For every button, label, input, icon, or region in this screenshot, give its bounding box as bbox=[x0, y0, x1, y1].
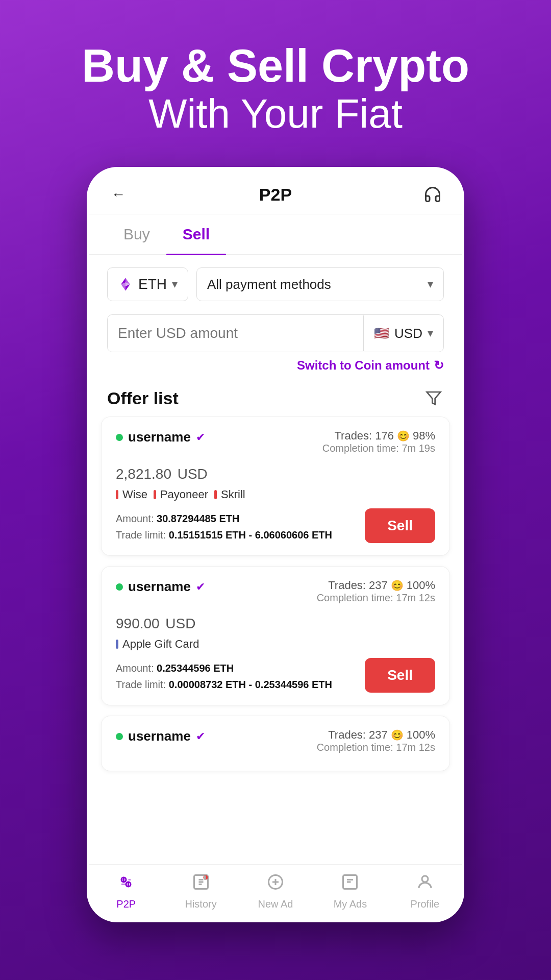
trade-stats: Trades: 237 😊 100% Completion time: 17m … bbox=[317, 579, 435, 604]
currency-chevron: ▾ bbox=[428, 327, 433, 340]
switch-icon: ↻ bbox=[434, 358, 444, 373]
username: username bbox=[128, 579, 191, 595]
nav-label-p2p: P2P bbox=[116, 898, 136, 910]
p2p-icon bbox=[117, 873, 135, 895]
offer-card: username ✔ Trades: 237 😊 100% Completion… bbox=[101, 566, 450, 705]
trades-line: Trades: 237 😊 100% bbox=[317, 579, 435, 592]
currency-label: USD bbox=[394, 326, 422, 341]
verified-icon: ✔ bbox=[196, 730, 205, 743]
offer-price: 990.00 USD bbox=[116, 609, 435, 633]
coin-selector[interactable]: ETH ▾ bbox=[107, 267, 188, 301]
payment-selector[interactable]: All payment methods ▾ bbox=[196, 267, 444, 301]
user-info: username ✔ bbox=[116, 579, 205, 595]
bottom-nav: P2P ! History New Ad bbox=[89, 864, 462, 920]
offer-price: 2,821.80 USD bbox=[116, 459, 435, 484]
hero-line2: With Your Fiat bbox=[82, 91, 469, 136]
nav-item-history[interactable]: ! History bbox=[163, 873, 238, 910]
completion-line: Completion time: 17m 12s bbox=[317, 742, 435, 753]
headset-icon bbox=[423, 185, 442, 204]
currency-selector[interactable]: 🇺🇸 USD ▾ bbox=[363, 315, 443, 351]
us-flag-icon: 🇺🇸 bbox=[374, 326, 389, 340]
tag-payoneer: Payoneer bbox=[154, 488, 208, 501]
new-ad-icon bbox=[266, 873, 285, 895]
profile-icon bbox=[416, 873, 434, 895]
rating-icon: 😊 bbox=[397, 430, 410, 442]
limit-detail: Trade limit: 0.15151515 ETH - 6.06060606… bbox=[116, 527, 332, 543]
offer-bottom: Amount: 30.87294485 ETH Trade limit: 0.1… bbox=[116, 508, 435, 543]
coin-chevron: ▾ bbox=[172, 278, 178, 291]
payment-label: All payment methods bbox=[207, 277, 331, 292]
limit-detail: Trade limit: 0.00008732 ETH - 0.25344596… bbox=[116, 676, 332, 693]
payment-chevron: ▾ bbox=[428, 278, 433, 291]
online-indicator bbox=[116, 733, 123, 740]
coin-label: ETH bbox=[138, 276, 167, 292]
trades-line: Trades: 237 😊 100% bbox=[317, 728, 435, 742]
tab-buy[interactable]: Buy bbox=[107, 214, 166, 254]
amount-input[interactable] bbox=[108, 315, 363, 352]
filter-button[interactable] bbox=[423, 388, 444, 408]
sell-button[interactable]: Sell bbox=[365, 508, 435, 543]
svg-marker-6 bbox=[427, 392, 441, 404]
username: username bbox=[128, 728, 191, 744]
nav-label-history: History bbox=[185, 898, 216, 910]
nav-label-new-ad: New Ad bbox=[258, 898, 293, 910]
offer-card: username ✔ Trades: 237 😊 100% Completion… bbox=[101, 716, 450, 771]
completion-line: Completion time: 17m 12s bbox=[317, 592, 435, 604]
nav-item-p2p[interactable]: P2P bbox=[89, 873, 163, 910]
page-title: P2P bbox=[259, 185, 292, 205]
offer-bottom: Amount: 0.25344596 ETH Trade limit: 0.00… bbox=[116, 658, 435, 693]
hero-line1: Buy & Sell Crypto bbox=[82, 41, 469, 91]
verified-icon: ✔ bbox=[196, 580, 205, 594]
nav-item-my-ads[interactable]: My Ads bbox=[313, 873, 387, 910]
tag-wise: Wise bbox=[116, 488, 147, 501]
offer-list-title: Offer list bbox=[107, 388, 179, 408]
trades-line: Trades: 176 😊 98% bbox=[322, 429, 435, 443]
payment-tags: Wise Payoneer Skrill bbox=[116, 488, 435, 501]
tab-bar: Buy Sell bbox=[89, 214, 462, 255]
sell-button[interactable]: Sell bbox=[365, 658, 435, 693]
tab-sell[interactable]: Sell bbox=[166, 214, 226, 254]
nav-item-new-ad[interactable]: New Ad bbox=[238, 873, 313, 910]
app-header: ← P2P bbox=[89, 169, 462, 214]
tag-skrill: Skrill bbox=[214, 488, 245, 501]
nav-label-profile: Profile bbox=[410, 898, 439, 910]
phone-frame: ← P2P Buy Sell bbox=[87, 167, 464, 922]
completion-line: Completion time: 7m 19s bbox=[322, 443, 435, 454]
filter-icon bbox=[425, 390, 442, 406]
online-indicator bbox=[116, 434, 123, 441]
eth-icon bbox=[118, 277, 133, 292]
online-indicator bbox=[116, 583, 123, 591]
amount-input-row: 🇺🇸 USD ▾ bbox=[107, 314, 444, 352]
back-icon: ← bbox=[111, 186, 126, 203]
hero-section: Buy & Sell Crypto With Your Fiat bbox=[82, 41, 469, 136]
svg-text:!: ! bbox=[204, 875, 205, 880]
offer-top: username ✔ Trades: 237 😊 100% Completion… bbox=[116, 728, 435, 753]
offer-top: username ✔ Trades: 237 😊 100% Completion… bbox=[116, 579, 435, 604]
filter-row: ETH ▾ All payment methods ▾ bbox=[89, 255, 462, 309]
offer-cards-list: username ✔ Trades: 176 😊 98% Completion … bbox=[89, 416, 462, 864]
tag-apple-gift-card: Apple Gift Card bbox=[116, 638, 199, 651]
rating-icon: 😊 bbox=[391, 579, 404, 592]
amount-detail: Amount: 0.25344596 ETH bbox=[116, 660, 332, 676]
user-info: username ✔ bbox=[116, 728, 205, 744]
svg-point-14 bbox=[422, 876, 428, 882]
amount-detail: Amount: 30.87294485 ETH bbox=[116, 510, 332, 527]
nav-item-profile[interactable]: Profile bbox=[388, 873, 462, 910]
rating-icon: 😊 bbox=[391, 729, 404, 741]
support-button[interactable] bbox=[421, 183, 444, 206]
payment-tags: Apple Gift Card bbox=[116, 638, 435, 651]
trade-stats: Trades: 237 😊 100% Completion time: 17m … bbox=[317, 728, 435, 753]
user-info: username ✔ bbox=[116, 429, 205, 445]
back-button[interactable]: ← bbox=[107, 183, 130, 206]
username: username bbox=[128, 429, 191, 445]
history-icon: ! bbox=[192, 873, 210, 895]
offer-details: Amount: 30.87294485 ETH Trade limit: 0.1… bbox=[116, 510, 332, 543]
nav-label-my-ads: My Ads bbox=[334, 898, 367, 910]
switch-link[interactable]: Switch to Coin amount ↻ bbox=[89, 354, 462, 383]
offer-list-header: Offer list bbox=[89, 383, 462, 416]
offer-card: username ✔ Trades: 176 😊 98% Completion … bbox=[101, 416, 450, 556]
my-ads-icon bbox=[341, 873, 359, 895]
verified-icon: ✔ bbox=[196, 431, 205, 444]
offer-details: Amount: 0.25344596 ETH Trade limit: 0.00… bbox=[116, 660, 332, 693]
trade-stats: Trades: 176 😊 98% Completion time: 7m 19… bbox=[322, 429, 435, 454]
